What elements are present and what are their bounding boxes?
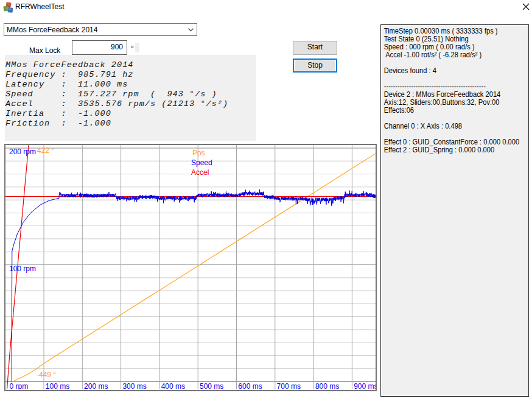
svg-text:100 ms: 100 ms (46, 382, 69, 389)
svg-text:500 ms: 500 ms (200, 382, 223, 389)
svg-text:422 °: 422 ° (37, 146, 54, 155)
svg-text:Accel: Accel (191, 168, 209, 177)
svg-text:200 ms: 200 ms (84, 382, 108, 389)
svg-text:400 ms: 400 ms (161, 382, 185, 389)
svg-text:800 ms: 800 ms (315, 382, 339, 389)
svg-text:900 ms: 900 ms (354, 382, 376, 389)
svg-text:700 ms: 700 ms (277, 382, 301, 389)
svg-text:200 rpm: 200 rpm (9, 147, 36, 156)
svg-text:100 rpm: 100 rpm (9, 264, 36, 273)
svg-text:0 rpm: 0 rpm (10, 382, 29, 389)
svg-text:600 ms: 600 ms (238, 382, 262, 389)
svg-text:Pos: Pos (192, 149, 205, 157)
svg-text:-449 °: -449 ° (37, 371, 56, 379)
svg-text:300 ms: 300 ms (122, 382, 146, 389)
svg-text:Speed: Speed (191, 158, 212, 167)
